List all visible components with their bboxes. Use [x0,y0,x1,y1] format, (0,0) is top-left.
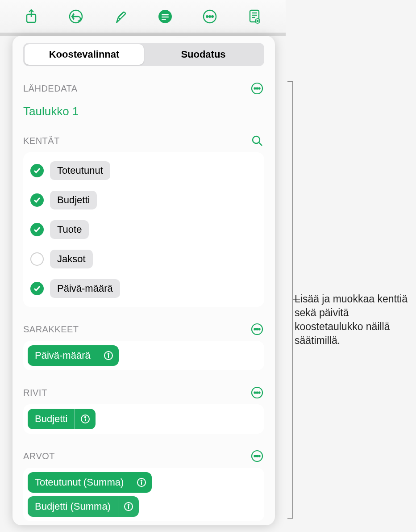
svg-point-39 [256,455,258,457]
svg-point-25 [256,328,258,330]
pill-label: Päivä-määrä [28,345,98,366]
svg-point-33 [258,392,260,393]
value-pill[interactable]: Toteutunut (Summa) [28,472,152,493]
svg-point-31 [254,392,255,393]
pivot-popover: Koostevalinnat Suodatus LÄHDEDATA Tauluk… [12,36,275,525]
pill-label: Budjetti [28,409,75,429]
svg-point-28 [108,353,109,354]
field-checkbox[interactable] [30,164,44,177]
field-chip[interactable]: Päivä-määrä [50,279,120,298]
source-label: LÄHDEDATA [23,84,78,94]
svg-point-24 [254,328,255,330]
tab-filter[interactable]: Suodatus [144,44,263,65]
pill-label: Toteutunut (Summa) [28,472,131,493]
svg-point-40 [258,455,260,457]
svg-point-35 [85,417,86,418]
field-row: Tuote [28,215,260,244]
svg-rect-5 [162,19,166,20]
svg-point-16 [257,20,258,21]
columns-pill-row: Päivä-määrä [23,341,264,370]
columns-label: SARAKKEET [23,324,79,335]
field-chip[interactable]: Toteutunut [50,161,110,180]
field-checkbox[interactable] [30,282,44,295]
top-toolbar [0,0,286,33]
source-table-link[interactable]: Taulukko 1 [23,105,264,118]
fields-search-icon[interactable] [250,134,264,148]
field-row: Budjetti [28,185,260,215]
svg-point-7 [206,16,208,17]
organize-icon[interactable] [156,8,174,25]
columns-section: SARAKKEET Päivä-määrä [12,322,275,370]
field-checkbox[interactable] [30,193,44,207]
column-pill[interactable]: Päivä-määrä [28,345,119,366]
info-icon[interactable] [75,411,96,427]
fields-list: Toteutunut Budjetti Tuote Jaksot [23,152,264,307]
fields-label: KENTÄT [23,136,60,146]
rows-more-icon[interactable] [250,385,264,400]
info-icon[interactable] [118,498,139,515]
svg-point-18 [254,88,255,89]
share-icon[interactable] [22,8,40,25]
callout-text: Lisää ja muokkaa kenttiä sekä päivitä ko… [295,292,411,348]
source-more-icon[interactable] [250,81,264,96]
rows-section: RIVIT Budjetti [12,385,275,434]
values-section: ARVOT Toteutunut (Summa) Budjetti (Summ [12,449,275,521]
pill-label: Budjetti (Summa) [28,496,118,517]
tabs-segmented: Koostevalinnat Suodatus [23,43,264,66]
info-icon[interactable] [131,474,152,491]
values-pill-row: Toteutunut (Summa) Budjetti (Summa) [23,468,264,521]
field-chip[interactable]: Budjetti [50,191,97,209]
row-pill[interactable]: Budjetti [28,409,96,429]
svg-point-20 [258,88,260,89]
tab-pivot[interactable]: Koostevalinnat [25,44,144,65]
svg-rect-3 [162,14,169,15]
source-section: LÄHDEDATA Taulukko 1 [12,81,275,118]
field-checkbox[interactable] [30,252,44,266]
field-row: Päivä-määrä [28,274,260,303]
svg-line-22 [259,142,262,146]
svg-point-21 [253,136,260,143]
values-label: ARVOT [23,451,55,461]
info-icon[interactable] [98,347,119,364]
svg-point-42 [141,480,142,481]
values-more-icon[interactable] [250,449,264,463]
svg-point-9 [212,16,213,17]
svg-point-26 [258,328,260,330]
rows-pill-row: Budjetti [23,404,264,434]
columns-more-icon[interactable] [250,322,264,336]
format-icon[interactable] [112,8,129,25]
field-row: Jaksot [28,244,260,274]
more-icon[interactable] [201,8,219,25]
value-pill[interactable]: Budjetti (Summa) [28,496,139,517]
fields-section: KENTÄT Toteutunut Budjetti [12,134,275,307]
preview-icon[interactable] [245,8,263,25]
svg-point-45 [128,504,129,505]
svg-point-32 [256,392,258,393]
field-checkbox[interactable] [30,223,44,236]
field-chip[interactable]: Jaksot [50,250,93,268]
svg-point-19 [256,88,258,89]
field-row: Toteutunut [28,156,260,185]
svg-point-8 [209,16,211,17]
field-chip[interactable]: Tuote [50,220,89,239]
undo-icon[interactable] [67,8,85,25]
svg-point-38 [254,455,255,457]
svg-rect-4 [162,17,169,17]
rows-label: RIVIT [23,388,47,398]
